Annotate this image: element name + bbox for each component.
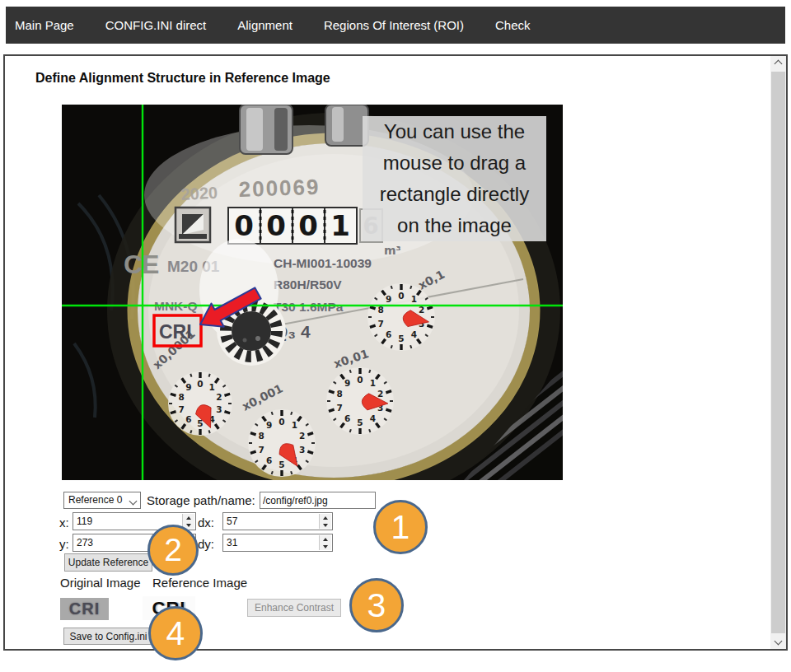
meter-serial-number: 200069 [238, 175, 321, 202]
nav-check[interactable]: Check [495, 18, 531, 32]
original-crop-thumbnail: CRI [60, 598, 109, 620]
svg-text:1: 1 [370, 378, 376, 388]
dx-spinner[interactable] [319, 514, 331, 529]
step-badge-2: 2 [147, 525, 199, 576]
svg-text:1: 1 [292, 420, 297, 430]
meter-unit: m³ [384, 244, 401, 257]
y-label: y: [59, 537, 69, 551]
svg-text:0: 0 [278, 417, 284, 427]
counter-digit: 1 [330, 209, 350, 242]
svg-text:8: 8 [337, 389, 343, 399]
svg-text:7: 7 [378, 319, 384, 329]
update-reference-button[interactable]: Update Reference [64, 553, 152, 572]
dy-field [222, 534, 333, 552]
svg-text:0: 0 [357, 375, 363, 385]
top-nav: Main Page CONFIG.INI direct Alignment Re… [6, 7, 785, 44]
svg-text:0: 0 [398, 291, 404, 301]
step-badge-1: 1 [373, 500, 428, 554]
enhance-contrast-button[interactable]: Enhance Contrast [247, 599, 341, 617]
dx-label: dx: [198, 516, 214, 530]
nav-alignment[interactable]: Alignment [237, 18, 293, 32]
save-to-config-button[interactable]: Save to Config.ini [63, 628, 153, 645]
spinner-up-icon[interactable] [320, 535, 331, 543]
svg-text:2: 2 [216, 392, 222, 402]
chevron-down-icon [775, 637, 783, 646]
page-title: Define Alignment Structure in Reference … [35, 71, 330, 86]
svg-text:9: 9 [386, 294, 391, 304]
vertical-scrollbar[interactable] [770, 56, 786, 649]
svg-text:7: 7 [337, 403, 343, 413]
svg-text:6: 6 [185, 414, 191, 424]
scrollbar-thumb[interactable] [771, 72, 785, 633]
step-badge-4: 4 [148, 606, 203, 660]
chevron-up-icon [775, 60, 783, 68]
counter-digit: 0 [234, 209, 254, 242]
svg-text:9: 9 [266, 420, 272, 430]
dy-input[interactable] [223, 534, 332, 551]
reference-image[interactable]: 2020 200069 0 [62, 105, 563, 480]
svg-text:4: 4 [370, 413, 376, 423]
scroll-up-button[interactable] [770, 56, 786, 72]
drag-hint-line: on the image [363, 210, 546, 241]
svg-text:0: 0 [197, 379, 203, 389]
spinner-up-icon[interactable] [320, 514, 331, 521]
svg-text:2: 2 [419, 305, 424, 315]
drag-hint-overlay: You can use the mouse to drag a rectangl… [363, 116, 546, 241]
svg-text:6: 6 [266, 455, 272, 465]
counter-digit: 0 [266, 209, 286, 242]
drag-hint-line: rectangle directly [363, 179, 546, 210]
meter-ratio: R80H/R50V [274, 278, 342, 292]
reference-image-label: Reference Image [152, 576, 247, 590]
svg-text:1: 1 [411, 294, 417, 304]
svg-text:9: 9 [344, 378, 350, 388]
svg-text:3: 3 [299, 445, 305, 455]
page: Main Page CONFIG.INI direct Alignment Re… [0, 0, 791, 672]
meter-serial-prefix: 2020 [180, 184, 218, 203]
chevron-down-icon [129, 497, 138, 506]
dy-label: dy: [198, 537, 214, 551]
svg-text:5: 5 [398, 334, 404, 343]
svg-text:3: 3 [216, 404, 222, 414]
svg-text:5: 5 [357, 418, 363, 427]
spinner-up-icon[interactable] [183, 514, 194, 521]
meter-code: CH-MI001-10039 [274, 256, 372, 270]
dx-input[interactable] [223, 513, 332, 530]
svg-text:7: 7 [259, 445, 264, 455]
meter-pressure: T30 1.6MPa [274, 300, 344, 314]
nav-main-page[interactable]: Main Page [15, 18, 74, 32]
nav-config-ini-direct[interactable]: CONFIG.INI direct [105, 18, 207, 32]
svg-text:2: 2 [377, 389, 383, 399]
spinner-down-icon[interactable] [320, 521, 331, 529]
storage-path-input[interactable] [260, 492, 376, 509]
svg-text:5: 5 [278, 460, 284, 469]
reference-select[interactable]: Reference 0 [63, 492, 141, 509]
cri-target-text: CRI [159, 321, 192, 343]
svg-text:8: 8 [259, 431, 264, 441]
meter-logo-icon [176, 208, 210, 242]
drag-hint-line: You can use the [363, 116, 546, 147]
svg-text:1: 1 [208, 382, 214, 392]
ce-mark: CE [124, 250, 159, 279]
svg-text:6: 6 [344, 413, 350, 423]
svg-text:2: 2 [299, 431, 305, 441]
counter-digit: 0 [298, 209, 318, 242]
svg-text:4: 4 [411, 329, 417, 339]
svg-text:6: 6 [386, 329, 391, 339]
storage-path-label: Storage path/name: [147, 493, 255, 507]
step-badge-3: 3 [349, 578, 404, 632]
drag-hint-line: mouse to drag a [363, 147, 546, 179]
scroll-down-button[interactable] [770, 633, 786, 649]
content-frame: Define Alignment Structure in Reference … [3, 54, 788, 651]
svg-text:9: 9 [185, 382, 191, 392]
dy-spinner[interactable] [319, 535, 331, 550]
original-image-label: Original Image [60, 576, 141, 590]
svg-text:8: 8 [179, 392, 185, 402]
reference-select-value: Reference 0 [68, 494, 122, 506]
svg-text:7: 7 [179, 404, 185, 414]
svg-text:8: 8 [378, 305, 384, 315]
dx-field [222, 512, 333, 530]
x-label: x: [59, 516, 69, 530]
nav-regions-of-interest[interactable]: Regions Of Interest (ROI) [324, 18, 464, 32]
spinner-down-icon[interactable] [320, 543, 331, 550]
